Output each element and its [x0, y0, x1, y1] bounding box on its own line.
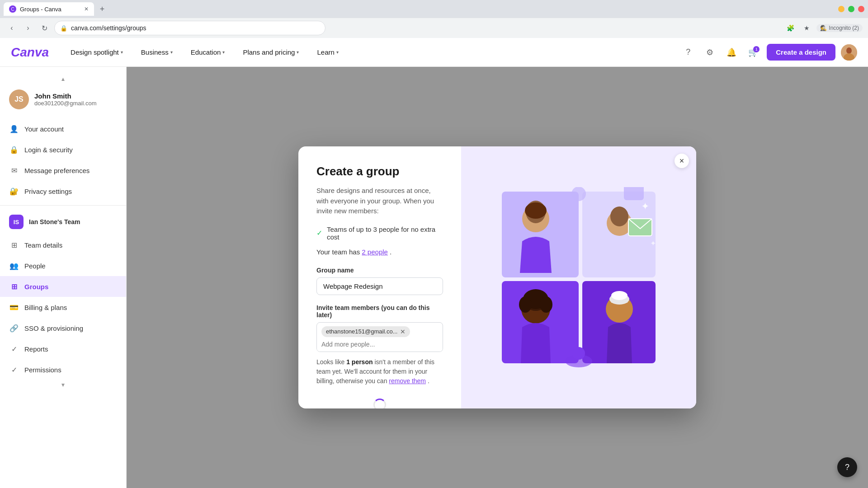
- help-icon-button[interactable]: ?: [680, 44, 696, 61]
- team-size-text: Your team has 2 people .: [316, 248, 443, 256]
- reports-icon: ✓: [9, 344, 19, 354]
- sidebar-item-message-preferences[interactable]: ✉ Message preferences: [0, 160, 126, 181]
- svg-point-10: [610, 206, 628, 226]
- browser-tab[interactable]: C Groups - Canva ✕: [4, 2, 94, 16]
- check-text: Teams of up to 3 people for no extra cos…: [327, 225, 443, 241]
- nav-plans-pricing-label: Plans and pricing: [243, 48, 295, 56]
- invite-label: Invite team members (you can do this lat…: [316, 304, 443, 319]
- modal-left-panel: Create a group Share designs and resourc…: [298, 146, 461, 408]
- sidebar-item-groups[interactable]: ⊞ Groups: [0, 276, 126, 297]
- nav-education[interactable]: Education ▾: [187, 46, 229, 59]
- team-count-link[interactable]: 2 people: [362, 248, 388, 256]
- shield-icon: 🔐: [9, 186, 19, 196]
- cart-icon-button[interactable]: 🛒 1: [745, 44, 761, 61]
- modal-description: Share designs and resources at once, wit…: [316, 186, 443, 216]
- browser-toolbar-right: 🧩 ★ 🕵 Incognito (2): [784, 22, 863, 34]
- invite-tag-ethan[interactable]: ethanstone151@gmail.co... ✕: [321, 326, 410, 337]
- favicon-letter: C: [11, 7, 14, 12]
- nav-learn-label: Learn: [317, 48, 334, 56]
- sidebar-label-people: People: [24, 262, 46, 270]
- remove-them-link[interactable]: remove them: [389, 377, 426, 385]
- bookmark-button[interactable]: ★: [800, 22, 813, 34]
- plans-pricing-chevron: ▾: [297, 50, 299, 55]
- user-avatar[interactable]: [841, 44, 857, 61]
- close-button[interactable]: [858, 6, 864, 12]
- lock-icon: 🔒: [9, 145, 19, 155]
- loading-container: [316, 391, 443, 409]
- new-tab-button[interactable]: +: [96, 3, 108, 15]
- address-bar[interactable]: 🔒 canva.com/settings/groups: [54, 21, 326, 35]
- back-button[interactable]: ‹: [5, 22, 18, 34]
- remove-tag-button[interactable]: ✕: [400, 328, 406, 335]
- sidebar-item-reports[interactable]: ✓ Reports: [0, 338, 126, 359]
- sidebar-item-your-account[interactable]: 👤 Your account: [0, 118, 126, 139]
- browser-addressbar: ‹ › ↻ 🔒 canva.com/settings/groups 🧩 ★ 🕵 …: [0, 18, 868, 38]
- close-icon: ×: [679, 156, 684, 166]
- sidebar-divider: [0, 205, 126, 206]
- modal-close-button[interactable]: ×: [675, 154, 689, 168]
- modal-overlay: × Create a group Share designs and resou…: [127, 67, 868, 488]
- person-icon: 👤: [9, 124, 19, 134]
- browser-titlebar: C Groups - Canva ✕ +: [0, 0, 868, 18]
- minimize-button[interactable]: [838, 6, 844, 12]
- group-name-label: Group name: [316, 267, 443, 274]
- sidebar-label-your-account: Your account: [24, 125, 64, 133]
- extensions-button[interactable]: 🧩: [784, 22, 797, 34]
- tab-title: Groups - Canva: [20, 6, 61, 13]
- business-chevron: ▾: [170, 50, 173, 55]
- notifications-icon-button[interactable]: 🔔: [723, 44, 740, 61]
- cart-badge: 1: [753, 46, 760, 52]
- forward-button[interactable]: ›: [22, 22, 34, 34]
- canva-logo[interactable]: Canva: [11, 45, 49, 60]
- nav-learn[interactable]: Learn ▾: [313, 46, 342, 59]
- warning-part1: Looks like: [316, 358, 346, 366]
- maximize-button[interactable]: [848, 6, 854, 12]
- sidebar-label-groups: Groups: [24, 283, 48, 291]
- warning-bold: 1 person: [346, 358, 373, 366]
- message-icon: ✉: [9, 165, 19, 175]
- design-spotlight-chevron: ▾: [121, 50, 123, 55]
- tab-favicon: C: [9, 5, 16, 13]
- nav-design-spotlight[interactable]: Design spotlight ▾: [67, 46, 127, 59]
- svg-point-27: [571, 187, 586, 201]
- svg-point-19: [540, 296, 552, 313]
- tab-close-icon[interactable]: ✕: [84, 6, 89, 12]
- sidebar-scroll-down[interactable]: ▼: [0, 380, 126, 390]
- nav-business[interactable]: Business ▾: [137, 46, 176, 59]
- sidebar-label-permissions: Permissions: [24, 366, 61, 374]
- sidebar-team-header: IS Ian Stone's Team: [0, 209, 126, 235]
- team-avatar: IS: [9, 215, 24, 229]
- group-name-input[interactable]: [316, 277, 443, 295]
- canva-nav: Canva Design spotlight ▾ Business ▾ Educ…: [0, 38, 868, 67]
- sidebar-item-people[interactable]: 👥 People: [0, 255, 126, 276]
- svg-point-26: [572, 347, 585, 360]
- create-design-button[interactable]: Create a design: [767, 44, 835, 61]
- sidebar-item-sso-provisioning[interactable]: 🔗 SSO & provisioning: [0, 318, 126, 338]
- sidebar-item-login-security[interactable]: 🔒 Login & security: [0, 139, 126, 160]
- team-details-icon: ⊞: [9, 240, 19, 250]
- help-bubble-button[interactable]: ?: [837, 457, 857, 477]
- sidebar-item-privacy-settings[interactable]: 🔐 Privacy settings: [0, 181, 126, 202]
- education-chevron: ▾: [222, 50, 225, 55]
- svg-point-1: [846, 47, 852, 54]
- sidebar-item-permissions[interactable]: ✓ Permissions: [0, 359, 126, 380]
- sidebar-item-team-details[interactable]: ⊞ Team details: [0, 235, 126, 255]
- nav-plans-pricing[interactable]: Plans and pricing ▾: [239, 46, 302, 59]
- main-content: ▲ JS John Smith doe301200@gmail.com 👤 Yo…: [0, 67, 868, 488]
- illustration-svg: ✦ ✦: [497, 187, 660, 368]
- settings-icon-button[interactable]: ⚙: [702, 44, 718, 61]
- invite-tags: ethanstone151@gmail.co... ✕: [317, 323, 443, 339]
- modal-check-item: ✓ Teams of up to 3 people for no extra c…: [316, 225, 443, 241]
- sidebar-user-section: JS John Smith doe301200@gmail.com: [0, 84, 126, 118]
- invite-field[interactable]: ethanstone151@gmail.co... ✕: [316, 322, 443, 352]
- sidebar-item-billing-plans[interactable]: 💳 Billing & plans: [0, 297, 126, 318]
- sidebar-scroll-up[interactable]: ▲: [0, 74, 126, 84]
- sidebar-label-billing-plans: Billing & plans: [24, 304, 67, 311]
- invite-more-input[interactable]: [317, 339, 443, 352]
- sidebar-user-info: John Smith doe301200@gmail.com: [34, 92, 117, 107]
- reload-button[interactable]: ↻: [38, 22, 51, 34]
- nav-education-label: Education: [191, 48, 221, 56]
- svg-rect-8: [624, 187, 644, 200]
- loading-spinner: [373, 399, 386, 409]
- nav-right: ? ⚙ 🔔 🛒 1 Create a design: [680, 44, 857, 61]
